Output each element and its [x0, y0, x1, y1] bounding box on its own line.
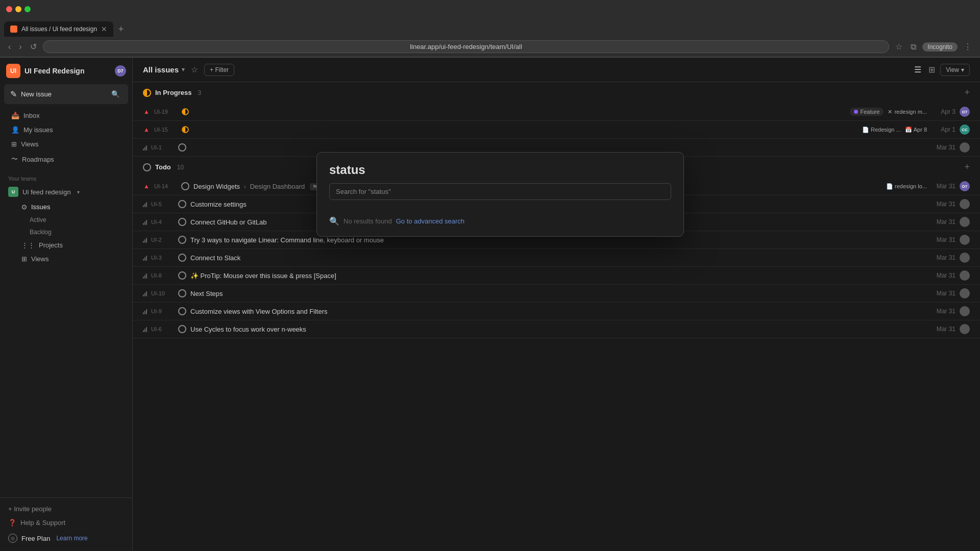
milestone-text: redesign m... [894, 109, 927, 115]
issue-title: Connect to Slack [190, 254, 927, 262]
issue-meta: Mar 31 [931, 324, 970, 334]
issue-status-circle [178, 307, 186, 315]
sidebar-footer: + Invite people ❓ Help & Support ◎ Free … [0, 497, 132, 551]
bar3 [146, 273, 147, 279]
date-text: Mar 31 [931, 325, 955, 333]
issue-title: Next Steps [190, 290, 927, 297]
team-views-icon: ⊞ [21, 255, 27, 263]
bar3 [146, 291, 147, 296]
sidebar-item-backlog[interactable]: Backlog [3, 227, 129, 238]
plus-icon: ✎ [10, 89, 17, 99]
bookmark-btn[interactable]: ☆ [893, 40, 904, 54]
priority-medium-icon [143, 219, 147, 225]
menu-btn[interactable]: ⋮ [962, 40, 974, 54]
search-icon: 🔍 [329, 216, 339, 226]
date-text: Mar 31 [931, 218, 955, 226]
new-issue-button[interactable]: ✎ New issue 🔍 [4, 84, 128, 104]
search-popup: status Search for "status" 🔍 No results … [316, 152, 684, 237]
cycle-icon: 📅 [905, 127, 912, 133]
user-avatar[interactable]: D7 [115, 65, 126, 77]
table-row[interactable]: UI-6 Use Cycles to focus work over n-wee… [133, 320, 980, 338]
table-row[interactable]: UI-9 Customize views with View Options a… [133, 303, 980, 320]
avatar [960, 217, 970, 227]
issue-meta: Mar 31 [931, 142, 970, 153]
add-todo-issue-btn[interactable]: + [964, 162, 970, 172]
date-text: Mar 31 [931, 290, 955, 297]
active-browser-tab[interactable]: All issues / Ui feed redesign ✕ [4, 21, 113, 37]
team-name: Ui feed redesign [22, 188, 71, 196]
grid-view-btn[interactable]: ⊞ [926, 63, 937, 77]
address-bar[interactable]: linear.app/ui-feed-redesign/team/UI/all [43, 40, 890, 53]
help-support-btn[interactable]: ❓ Help & Support [0, 516, 132, 530]
date-text: Mar 31 [931, 183, 955, 190]
go-advanced-search-link[interactable]: Go to advanced search [396, 217, 464, 225]
avatar [960, 199, 970, 209]
sidebar-item-views[interactable]: ⊞ Views [3, 137, 129, 151]
forward-btn[interactable]: › [17, 40, 23, 54]
sidebar-item-issues[interactable]: ⊙ Issues [3, 201, 129, 213]
sidebar-item-roadmaps[interactable]: 〜 Roadmaps [3, 152, 129, 167]
refresh-btn[interactable]: ↺ [28, 40, 39, 54]
issue-id: UI-14 [154, 183, 177, 189]
close-window-btn[interactable] [6, 6, 12, 12]
issues-title[interactable]: All issues ▾ [143, 65, 185, 74]
maximize-window-btn[interactable] [24, 6, 31, 12]
sidebar: UI UI Feed Redesign D7 ✎ New issue 🔍 📥 I… [0, 58, 133, 551]
bar3 [146, 145, 147, 151]
issue-arrow: › [244, 183, 246, 190]
invite-people-btn[interactable]: + Invite people [0, 502, 132, 516]
issue-status-circle [181, 182, 189, 190]
table-row[interactable]: UI-3 Connect to Slack Mar 31 [133, 249, 980, 267]
in-progress-section-count: 3 [198, 89, 202, 96]
date-text: Mar 31 [931, 254, 955, 261]
learn-more-link[interactable]: Learn more [56, 535, 87, 542]
view-label: View [946, 66, 959, 73]
sidebar-item-active[interactable]: Active [3, 214, 129, 226]
in-progress-status-icon [143, 89, 151, 97]
priority-medium-icon [143, 326, 147, 332]
tab-title: All issues / Ui feed redesign [21, 26, 97, 33]
bar1 [143, 148, 144, 151]
sidebar-team[interactable]: U Ui feed redesign ▾ [0, 184, 132, 200]
workspace-name[interactable]: UI UI Feed Redesign [6, 64, 84, 78]
issue-title: ✨ ProTip: Mouse over this issue & press … [190, 272, 927, 280]
date-text: Mar 31 [931, 272, 955, 279]
table-row[interactable]: UI-8 ✨ ProTip: Mouse over this issue & p… [133, 267, 980, 285]
free-plan-icon: ◎ [8, 534, 17, 543]
main-header: All issues ▾ ☆ + Filter ☰ ⊞ View ▾ [133, 58, 980, 82]
extension-btn[interactable]: ⧉ [909, 40, 918, 54]
close-tab-btn[interactable]: ✕ [101, 25, 107, 33]
star-btn[interactable]: ☆ [191, 65, 198, 74]
issue-title: Use Cycles to focus work over n-weeks [190, 325, 927, 333]
bar1 [143, 259, 144, 261]
sidebar-item-my-issues[interactable]: 👤 My issues [3, 123, 129, 137]
bar2 [144, 204, 145, 207]
bar1 [143, 277, 144, 279]
add-in-progress-issue-btn[interactable]: + [964, 87, 970, 98]
minimize-window-btn[interactable] [15, 6, 21, 12]
back-btn[interactable]: ‹ [6, 40, 13, 54]
bar2 [144, 293, 145, 296]
section-header-in-progress[interactable]: In Progress 3 + [133, 82, 980, 103]
issue-id: UI-8 [151, 272, 174, 279]
issue-meta: Mar 31 [931, 253, 970, 263]
sidebar-item-inbox[interactable]: 📥 Inbox [3, 109, 129, 122]
app-container: UI UI Feed Redesign D7 ✎ New issue 🔍 📥 I… [0, 58, 980, 551]
bar2 [144, 311, 145, 314]
sidebar-item-projects[interactable]: ⋮⋮ Projects [3, 239, 129, 252]
help-support-label: Help & Support [20, 519, 65, 527]
table-row[interactable]: ▲ UI-15 📄 Redesign ... 📅 Apr 8 Apr 1 CC [133, 121, 980, 139]
bar3 [146, 238, 147, 243]
priority-urgent-icon: ▲ [143, 126, 150, 133]
avatar [960, 306, 970, 316]
filter-btn[interactable]: + Filter [204, 64, 234, 76]
sidebar-item-team-views[interactable]: ⊞ Views [3, 253, 129, 265]
search-btn[interactable]: 🔍 [109, 88, 122, 100]
table-row[interactable]: UI-10 Next Steps Mar 31 [133, 285, 980, 303]
view-dropdown[interactable]: View ▾ [940, 64, 970, 76]
list-view-btn[interactable]: ☰ [912, 63, 923, 77]
todo-section-title: Todo [155, 163, 171, 171]
new-tab-btn[interactable]: + [113, 21, 129, 37]
search-for-btn[interactable]: Search for "status" [329, 183, 671, 200]
table-row[interactable]: ▲ UI-19 Feature ✕ redesign m... Apr 3 D7 [133, 103, 980, 121]
